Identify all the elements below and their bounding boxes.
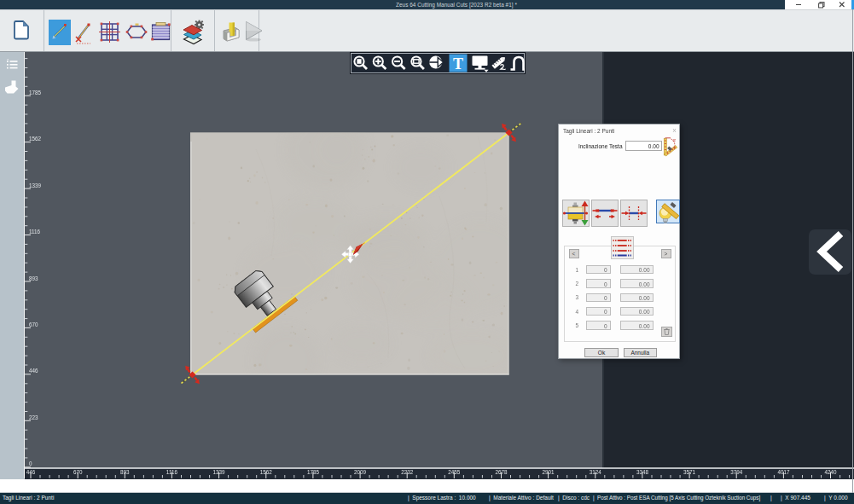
svg-text:α: α	[673, 136, 677, 142]
svg-text:T: T	[453, 55, 463, 72]
